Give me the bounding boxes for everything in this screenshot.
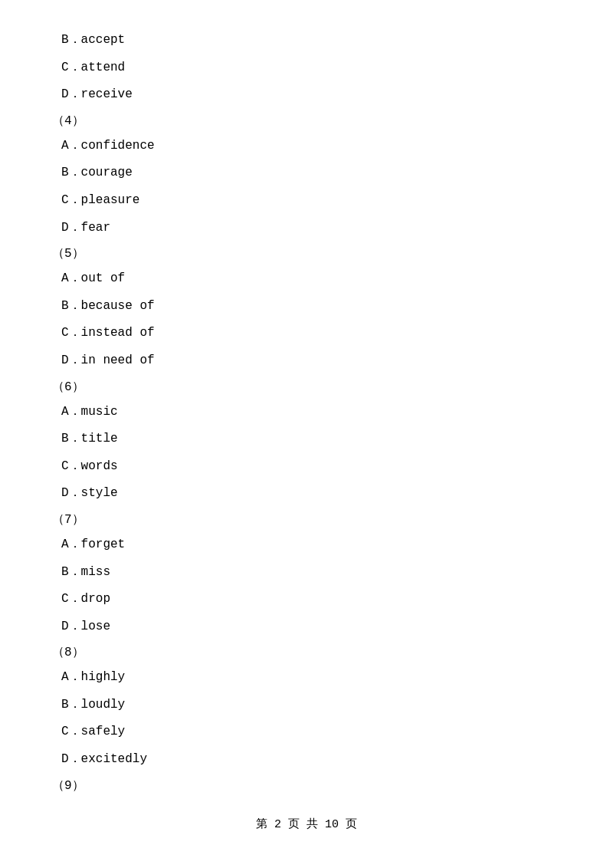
line-c-words: C．words xyxy=(46,457,567,477)
line-a-highly: A．highly xyxy=(46,668,567,688)
line-c-instead-of: C．instead of xyxy=(46,324,567,344)
line-c-attend: C．attend xyxy=(46,58,567,78)
line-num6: （6） xyxy=(52,379,567,395)
line-num8: （8） xyxy=(52,644,567,660)
line-b-courage: B．courage xyxy=(46,163,567,183)
line-c-safely: C．safely xyxy=(46,722,567,742)
line-d-fear: D．fear xyxy=(46,219,567,238)
line-d-style: D．style xyxy=(46,484,567,504)
line-b-loudly: B．loudly xyxy=(46,695,567,715)
content-area: B．acceptC．attendD．receive（4）A．confidence… xyxy=(46,31,567,831)
line-a-confidence: A．confidence xyxy=(46,136,567,156)
line-b-because-of: B．because of xyxy=(46,297,567,317)
page-footer: 第 2 页 共 10 页 xyxy=(46,817,567,831)
line-num5: （5） xyxy=(52,245,567,261)
line-d-lose: D．lose xyxy=(46,617,567,637)
line-a-out-of: A．out of xyxy=(46,269,567,289)
line-a-music: A．music xyxy=(46,403,567,422)
line-num4: （4） xyxy=(52,113,567,129)
line-c-pleasure: C．pleasure xyxy=(46,191,567,211)
line-d-receive: D．receive xyxy=(46,85,567,105)
line-b-accept: B．accept xyxy=(46,31,567,51)
line-num7: （7） xyxy=(52,511,567,528)
line-b-title: B．title xyxy=(46,429,567,449)
line-b-miss: B．miss xyxy=(46,563,567,583)
line-a-forget: A．forget xyxy=(46,535,567,555)
line-num9: （9） xyxy=(52,778,567,794)
line-d-excitedly: D．excitedly xyxy=(46,750,567,770)
line-d-in-need-of: D．in need of xyxy=(46,351,567,371)
line-c-drop: C．drop xyxy=(46,590,567,610)
